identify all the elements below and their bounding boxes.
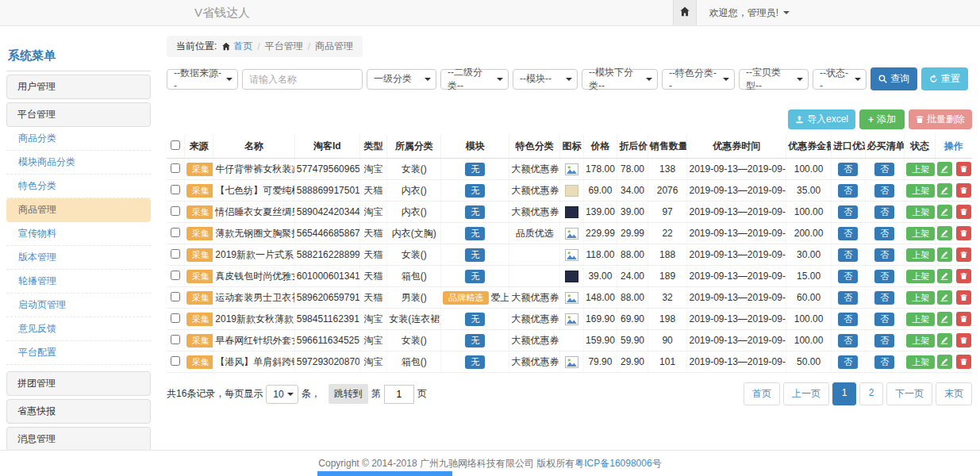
status-badge[interactable]: 上架 xyxy=(906,313,935,326)
sidebar-item-feedback[interactable]: 意见反馈 xyxy=(6,317,151,341)
row-checkbox[interactable] xyxy=(171,292,180,301)
batch-delete-button[interactable]: 批量删除 xyxy=(909,109,972,129)
row-checkbox[interactable] xyxy=(171,163,180,173)
delete-button[interactable] xyxy=(956,162,971,176)
must-buy-badge[interactable]: 否 xyxy=(874,334,894,347)
delete-button[interactable] xyxy=(956,333,971,347)
sidebar-item-carousel-mgmt[interactable]: 轮播管理 xyxy=(6,270,151,294)
status-badge[interactable]: 上架 xyxy=(906,355,935,369)
pager-last[interactable]: 末页 xyxy=(936,382,972,405)
row-checkbox[interactable] xyxy=(171,185,180,194)
sidebar-item-module-goods-category[interactable]: 模块商品分类 xyxy=(6,151,151,175)
edit-button[interactable] xyxy=(937,205,952,219)
name-search-input[interactable] xyxy=(242,69,363,90)
edit-button[interactable] xyxy=(937,333,952,347)
must-buy-badge[interactable]: 否 xyxy=(874,270,894,283)
status-badge[interactable]: 上架 xyxy=(906,248,935,262)
sidebar-section-user-mgmt[interactable]: 用户管理 xyxy=(6,75,151,99)
sidebar-item-platform-config[interactable]: 平台配置 xyxy=(6,341,151,365)
feature-category-select[interactable]: --特色分类-- xyxy=(662,69,735,90)
sidebar-item-promo-material[interactable]: 宣传物料 xyxy=(6,222,151,246)
import-select-badge[interactable]: 否 xyxy=(838,205,858,219)
sidebar-item-version-mgmt[interactable]: 版本管理 xyxy=(6,246,151,270)
edit-button[interactable] xyxy=(937,290,952,305)
pager-prev[interactable]: 上一页 xyxy=(783,382,829,405)
add-button[interactable]: + 添加 xyxy=(859,109,905,129)
row-checkbox[interactable] xyxy=(171,313,180,323)
must-buy-badge[interactable]: 否 xyxy=(874,163,894,176)
breadcrumb-home-link[interactable]: 首页 xyxy=(221,40,252,53)
must-buy-badge[interactable]: 否 xyxy=(874,227,894,240)
edit-button[interactable] xyxy=(937,312,952,326)
import-select-badge[interactable]: 否 xyxy=(838,184,858,198)
row-checkbox[interactable] xyxy=(171,206,180,216)
edit-button[interactable] xyxy=(937,183,952,198)
row-checkbox[interactable] xyxy=(171,335,180,344)
status-badge[interactable]: 上架 xyxy=(906,184,935,198)
status-badge[interactable]: 上架 xyxy=(906,227,935,240)
level1-category-select[interactable]: 一级分类 xyxy=(367,69,436,90)
sidebar-section-saving-news[interactable]: 省惠快报 xyxy=(6,399,151,424)
status-badge[interactable]: 上架 xyxy=(906,270,935,283)
edit-button[interactable] xyxy=(937,162,952,176)
must-buy-badge[interactable]: 否 xyxy=(874,291,894,305)
import-select-badge[interactable]: 否 xyxy=(838,313,858,326)
edit-button[interactable] xyxy=(937,355,952,369)
import-excel-button[interactable]: 导入excel xyxy=(788,109,855,129)
home-button[interactable] xyxy=(673,0,697,25)
edit-button[interactable] xyxy=(937,248,952,262)
import-select-badge[interactable]: 否 xyxy=(838,291,858,305)
must-buy-badge[interactable]: 否 xyxy=(874,184,894,198)
delete-button[interactable] xyxy=(956,312,971,326)
query-button[interactable]: 查询 xyxy=(870,67,917,90)
edit-button[interactable] xyxy=(937,226,952,240)
delete-button[interactable] xyxy=(956,248,971,262)
row-checkbox[interactable] xyxy=(171,271,180,280)
row-checkbox[interactable] xyxy=(171,228,180,237)
delete-button[interactable] xyxy=(956,205,971,219)
pager-first[interactable]: 首页 xyxy=(744,382,780,405)
import-select-badge[interactable]: 否 xyxy=(838,355,858,369)
row-checkbox[interactable] xyxy=(171,356,180,366)
jump-button[interactable]: 跳转到 xyxy=(329,384,368,404)
status-badge[interactable]: 上架 xyxy=(906,291,935,305)
import-select-badge[interactable]: 否 xyxy=(838,248,858,262)
sidebar-item-goods-mgmt[interactable]: 商品管理 xyxy=(6,198,151,222)
module-select[interactable]: --模块-- xyxy=(513,69,578,90)
delete-button[interactable] xyxy=(956,355,971,369)
user-menu[interactable]: 欢迎您，管理员! xyxy=(709,6,790,20)
reset-button[interactable]: 重置 xyxy=(921,67,968,90)
must-buy-badge[interactable]: 否 xyxy=(874,248,894,262)
delete-button[interactable] xyxy=(956,183,971,198)
sidebar-item-goods-category[interactable]: 商品分类 xyxy=(6,127,151,151)
status-badge[interactable]: 上架 xyxy=(906,205,935,219)
status-badge[interactable]: 上架 xyxy=(906,163,935,176)
sidebar-item-feature-category[interactable]: 特色分类 xyxy=(6,175,151,198)
delete-button[interactable] xyxy=(956,226,971,240)
pager-page-2[interactable]: 2 xyxy=(859,382,883,405)
row-checkbox[interactable] xyxy=(171,249,180,259)
pager-next[interactable]: 下一页 xyxy=(886,382,932,405)
pager-page-1[interactable]: 1 xyxy=(832,382,856,405)
must-buy-badge[interactable]: 否 xyxy=(874,313,894,326)
sidebar-section-message-mgmt[interactable]: 消息管理 xyxy=(6,427,151,451)
level2-category-select[interactable]: --二级分类-- xyxy=(440,69,509,90)
select-all-checkbox[interactable] xyxy=(171,140,180,150)
status-badge[interactable]: 上架 xyxy=(906,334,935,347)
module-subcategory-select[interactable]: --模块下分类-- xyxy=(582,69,658,90)
delete-button[interactable] xyxy=(956,269,971,283)
import-select-badge[interactable]: 否 xyxy=(838,270,858,283)
must-buy-badge[interactable]: 否 xyxy=(874,355,894,369)
delete-button[interactable] xyxy=(956,290,971,305)
data-source-select[interactable]: --数据来源-- xyxy=(167,69,238,90)
sidebar-section-platform-mgmt[interactable]: 平台管理 xyxy=(6,102,151,127)
import-select-badge[interactable]: 否 xyxy=(838,334,858,347)
must-buy-badge[interactable]: 否 xyxy=(874,205,894,219)
item-type-select[interactable]: --宝贝类型-- xyxy=(739,69,809,90)
import-select-badge[interactable]: 否 xyxy=(838,227,858,240)
page-size-select[interactable]: 10 xyxy=(266,385,298,404)
sidebar-item-splash-mgmt[interactable]: 启动页管理 xyxy=(6,294,151,317)
edit-button[interactable] xyxy=(937,269,952,283)
status-select[interactable]: --状态-- xyxy=(813,69,867,90)
icp-link[interactable]: 粤ICP备16098006号 xyxy=(575,457,661,470)
